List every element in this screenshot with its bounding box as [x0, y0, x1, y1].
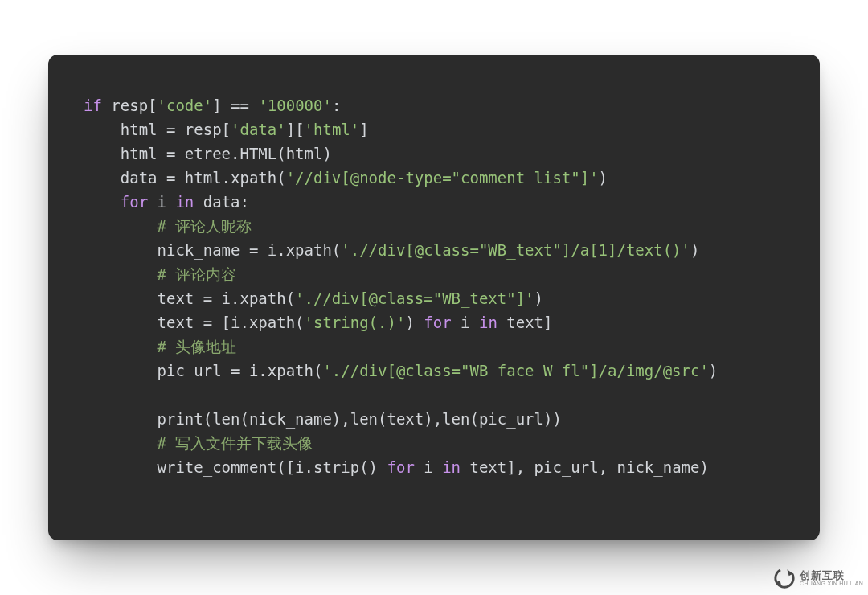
watermark-text: 创新互联 CHUANG XIN HU LIAN [800, 570, 863, 587]
code-token: html = resp[ [121, 121, 231, 138]
code-token: print(len(nick_name),len(text),len(pic_u… [158, 410, 562, 428]
code-token: in [442, 458, 461, 476]
code-card: if resp['code'] == '100000': html = resp… [48, 55, 820, 540]
code-line: # 头像地址 [84, 338, 236, 355]
code-token: '//div[@node-type="comment_list"]' [286, 169, 599, 187]
code-token: text = i.xpath( [158, 289, 296, 307]
code-token: data = html.xpath( [121, 169, 286, 187]
code-line: text = i.xpath('.//div[@class="WB_text"]… [84, 289, 543, 307]
code-token: ) [599, 169, 608, 187]
code-token: in [479, 314, 497, 331]
code-line: if resp['code'] == '100000': [84, 96, 341, 114]
code-token: i [452, 314, 479, 331]
code-line: html = resp['data']['html'] [84, 121, 369, 138]
code-token: text], pic_url, nick_name) [461, 458, 709, 476]
code-token: i [415, 458, 442, 476]
code-token: for [387, 458, 415, 476]
code-token: write_comment([i.strip() [158, 458, 387, 476]
code-token: if [84, 96, 102, 114]
code-token: './/div[@class="WB_text"]/a[1]/text()' [341, 241, 690, 259]
code-token: 'html' [305, 121, 360, 138]
code-token: # 评论内容 [158, 265, 237, 283]
code-line: # 评论人昵称 [84, 217, 252, 235]
watermark-logo-icon [772, 566, 796, 590]
code-token: in [175, 193, 194, 211]
code-line: html = etree.HTML(html) [84, 145, 332, 162]
code-line: for i in data: [84, 193, 249, 211]
code-token: data: [194, 193, 249, 211]
watermark-text-pinyin: CHUANG XIN HU LIAN [800, 581, 863, 586]
code-token: '100000' [258, 96, 332, 114]
code-token: 'data' [231, 121, 286, 138]
code-token: i [148, 193, 175, 211]
watermark: 创新互联 CHUANG XIN HU LIAN [772, 566, 863, 590]
watermark-text-cn: 创新互联 [800, 570, 863, 581]
code-line: nick_name = i.xpath('.//div[@class="WB_t… [84, 241, 699, 259]
code-token: # 写入文件并下载头像 [158, 434, 313, 452]
code-line: # 评论内容 [84, 265, 236, 283]
code-line: pic_url = i.xpath('.//div[@class="WB_fac… [84, 362, 718, 380]
code-token: ) [690, 241, 699, 259]
code-line: print(len(nick_name),len(text),len(pic_u… [84, 410, 562, 428]
code-token: './/div[@class="WB_face W_fl"]/a/img/@sr… [322, 362, 708, 380]
code-token: nick_name = i.xpath( [158, 241, 342, 259]
code-token: ] [359, 121, 368, 138]
code-token: ][ [286, 121, 305, 138]
code-line: # 写入文件并下载头像 [84, 434, 313, 452]
code-token: resp[ [102, 96, 158, 114]
code-token: # 评论人昵称 [158, 217, 252, 235]
code-token: ] == [212, 96, 258, 114]
code-token: html = etree.HTML(html) [121, 145, 332, 162]
code-line: write_comment([i.strip() for i in text],… [84, 458, 709, 476]
code-token: text] [497, 314, 553, 331]
code-token: ) [534, 289, 543, 307]
code-block: if resp['code'] == '100000': html = resp… [84, 93, 784, 479]
code-token: for [121, 193, 148, 211]
code-token: 'code' [158, 96, 213, 114]
code-token: : [332, 96, 341, 114]
code-token: text = [i.xpath( [158, 314, 305, 331]
code-token: pic_url = i.xpath( [158, 362, 323, 380]
code-line: text = [i.xpath('string(.)') for i in te… [84, 314, 552, 331]
code-line [84, 386, 158, 404]
code-token: ) [405, 314, 424, 331]
code-token: 'string(.)' [305, 314, 406, 331]
code-line: data = html.xpath('//div[@node-type="com… [84, 169, 608, 187]
svg-point-0 [773, 567, 796, 589]
code-token: ) [709, 362, 718, 380]
code-token: for [424, 314, 451, 331]
code-token: # 头像地址 [158, 338, 237, 355]
code-token: './/div[@class="WB_text"]' [295, 289, 534, 307]
